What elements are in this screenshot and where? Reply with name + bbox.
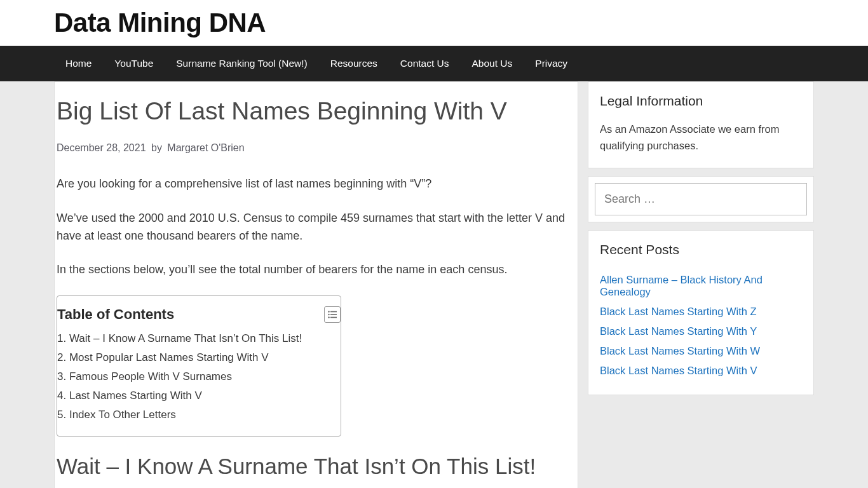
recent-posts-widget: Recent Posts Allen Surname – Black Histo… (588, 230, 814, 395)
article-paragraph-1: Are you looking for a comprehensive list… (57, 175, 576, 193)
search-widget (588, 176, 814, 222)
nav-about-us[interactable]: About Us (461, 46, 524, 81)
recent-post-item: Black Last Names Starting With W (600, 341, 802, 361)
article-author[interactable]: Margaret O'Brien (167, 142, 244, 153)
nav-contact-us[interactable]: Contact Us (389, 46, 461, 81)
section-heading-1: Wait – I Know A Surname That Isn’t On Th… (57, 453, 576, 480)
recent-post-item: Allen Surname – Black History And Geneal… (600, 270, 802, 302)
toc-item-5[interactable]: Index To Other Letters (57, 405, 341, 424)
nav-surname-ranking-tool[interactable]: Surname Ranking Tool (New!) (165, 46, 318, 81)
toc-item-2[interactable]: Most Popular Last Names Starting With V (57, 348, 341, 367)
legal-text: As an Amazon Associate we earn from qual… (600, 121, 802, 154)
recent-post-link-1[interactable]: Allen Surname – Black History And Geneal… (600, 274, 763, 297)
article-title: Big List Of Last Names Beginning With V (57, 96, 576, 135)
article-paragraph-3: In the sections below, you’ll see the to… (57, 261, 576, 279)
recent-post-item: Black Last Names Starting With Z (600, 302, 802, 322)
sidebar: Legal Information As an Amazon Associate… (588, 81, 814, 488)
toc-item-3[interactable]: Famous People With V Surnames (57, 367, 341, 386)
recent-post-link-4[interactable]: Black Last Names Starting With W (600, 345, 760, 356)
recent-posts-title: Recent Posts (600, 242, 802, 257)
svg-rect-3 (330, 315, 337, 316)
toc-item-4[interactable]: Last Names Starting With V (57, 386, 341, 405)
nav-home[interactable]: Home (54, 46, 103, 81)
recent-post-link-2[interactable]: Black Last Names Starting With Z (600, 306, 757, 317)
legal-title: Legal Information (600, 93, 802, 109)
search-input[interactable] (595, 183, 807, 215)
site-title[interactable]: Data Mining DNA (54, 8, 814, 38)
main-content: Big List Of Last Names Beginning With V … (54, 81, 578, 488)
svg-point-0 (328, 311, 329, 313)
nav-resources[interactable]: Resources (319, 46, 389, 81)
recent-post-item: Black Last Names Starting With Y (600, 322, 802, 341)
list-icon (328, 311, 337, 318)
article-paragraph-2: We’ve used the 2000 and 2010 U.S. Census… (57, 210, 576, 245)
recent-post-link-5[interactable]: Black Last Names Starting With V (600, 365, 757, 376)
nav-youtube[interactable]: YouTube (103, 46, 165, 81)
svg-rect-5 (330, 317, 337, 318)
article-meta: December 28, 2021 by Margaret O'Brien (57, 142, 576, 154)
site-header: Data Mining DNA (0, 0, 868, 46)
toc-toggle-button[interactable] (324, 306, 341, 323)
main-nav: Home YouTube Surname Ranking Tool (New!)… (0, 46, 868, 81)
svg-point-2 (328, 314, 329, 315)
toc-title: Table of Contents (57, 306, 174, 323)
svg-point-4 (328, 317, 329, 318)
recent-post-item: Black Last Names Starting With V (600, 361, 802, 381)
table-of-contents: Table of Contents Wait – I Know A (57, 295, 341, 437)
nav-privacy[interactable]: Privacy (524, 46, 579, 81)
meta-by: by (151, 142, 162, 153)
toc-item-1[interactable]: Wait – I Know A Surname That Isn’t On Th… (57, 329, 341, 348)
article-date: December 28, 2021 (57, 142, 146, 153)
recent-post-link-3[interactable]: Black Last Names Starting With Y (600, 325, 757, 337)
legal-widget: Legal Information As an Amazon Associate… (588, 81, 814, 168)
svg-rect-1 (330, 311, 337, 313)
